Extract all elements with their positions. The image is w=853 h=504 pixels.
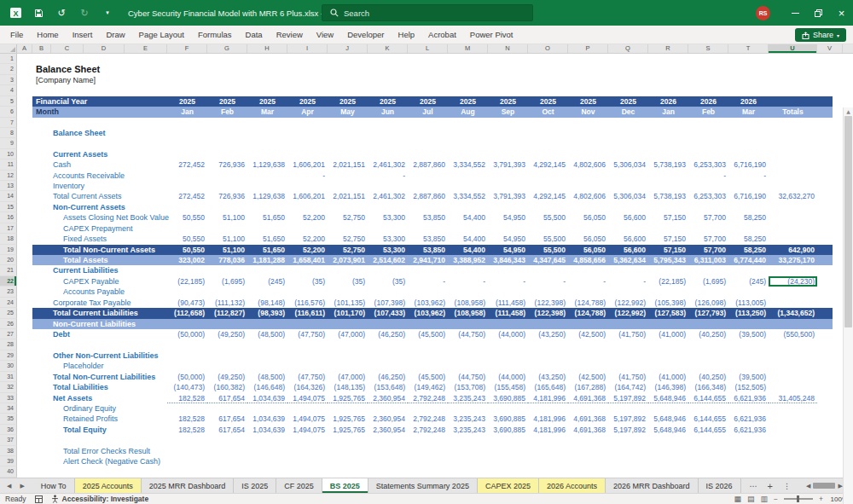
cell-B16[interactable]: Assets Closing Net Book Value bbox=[32, 212, 167, 223]
cell-R9[interactable] bbox=[648, 138, 688, 148]
cell-T12[interactable]: - bbox=[728, 171, 769, 181]
cell-G31[interactable]: (49,250) bbox=[207, 372, 247, 382]
cell-F4[interactable] bbox=[167, 85, 207, 96]
cell-L40[interactable] bbox=[408, 466, 448, 477]
cell-P34[interactable] bbox=[568, 403, 608, 414]
cell-H36[interactable]: 1,034,639 bbox=[247, 425, 287, 435]
cell-I38[interactable] bbox=[287, 446, 328, 456]
cell-N37[interactable] bbox=[488, 435, 528, 445]
ribbon-tab-review[interactable]: Review bbox=[270, 26, 310, 43]
cell-R16[interactable]: 57,150 bbox=[648, 212, 688, 223]
macro-record-icon[interactable] bbox=[35, 495, 43, 503]
cell-H17[interactable] bbox=[247, 223, 287, 234]
cell-P16[interactable]: 56,050 bbox=[568, 212, 608, 223]
cell-Q14[interactable]: 5,306,034 bbox=[608, 191, 648, 201]
cell-R17[interactable] bbox=[648, 223, 688, 234]
cell-N27[interactable]: (44,000) bbox=[488, 329, 528, 339]
cell-L36[interactable]: 2,792,248 bbox=[408, 425, 448, 435]
cell-B27[interactable]: Debt bbox=[32, 329, 167, 339]
cell-K31[interactable]: (46,250) bbox=[368, 372, 408, 382]
sheet-tab-2026-accounts[interactable]: 2026 Accounts bbox=[539, 478, 606, 493]
ribbon-tab-data[interactable]: Data bbox=[239, 26, 270, 43]
cell-B38[interactable]: Total Error Checks Result bbox=[32, 446, 167, 456]
cell-O31[interactable]: (43,250) bbox=[528, 372, 568, 382]
cell-M34[interactable] bbox=[448, 403, 488, 414]
cell-L7[interactable] bbox=[408, 118, 448, 128]
cell-O9[interactable] bbox=[528, 138, 568, 148]
cell-R21[interactable] bbox=[648, 265, 688, 275]
cell-F21[interactable] bbox=[167, 265, 207, 275]
column-header-T[interactable]: T bbox=[728, 44, 769, 53]
cell-I22[interactable]: (35) bbox=[287, 276, 328, 287]
cell-L27[interactable]: (45,500) bbox=[408, 329, 448, 339]
sheet-tab-2026-mrr-dashboard[interactable]: 2026 MRR Dashboard bbox=[606, 478, 699, 493]
column-header-V[interactable]: V bbox=[817, 44, 843, 53]
cell-H15[interactable] bbox=[247, 202, 287, 212]
cell-Q16[interactable]: 56,600 bbox=[608, 212, 648, 223]
cell-R5[interactable]: 2026 bbox=[648, 96, 688, 107]
cell-P35[interactable]: 4,691,368 bbox=[568, 414, 608, 424]
cell-M11[interactable]: 3,334,552 bbox=[448, 159, 488, 170]
cell-I25[interactable]: (116,611) bbox=[287, 308, 328, 318]
cell-Q33[interactable]: 5,197,892 bbox=[608, 393, 648, 403]
cell-H5[interactable]: 2025 bbox=[247, 96, 287, 107]
cell-A24[interactable] bbox=[17, 298, 32, 308]
cell-L16[interactable]: 53,850 bbox=[408, 212, 448, 223]
cell-L19[interactable]: 53,850 bbox=[408, 245, 448, 255]
cell-U26[interactable] bbox=[769, 319, 817, 329]
cell-R20[interactable]: 5,795,343 bbox=[648, 255, 688, 265]
cell-M35[interactable]: 3,235,243 bbox=[448, 414, 488, 424]
cell-T37[interactable] bbox=[728, 435, 769, 445]
row-header-8[interactable]: 8 bbox=[0, 128, 17, 138]
cell-H39[interactable] bbox=[247, 456, 287, 466]
cell-G24[interactable]: (111,132) bbox=[207, 298, 247, 308]
cell-G27[interactable]: (49,250) bbox=[207, 329, 247, 339]
cell-S7[interactable] bbox=[688, 118, 728, 128]
row-header-14[interactable]: 14 bbox=[0, 191, 17, 201]
cell-L32[interactable]: (149,462) bbox=[408, 382, 448, 392]
cell-T16[interactable]: 58,250 bbox=[728, 212, 769, 223]
cell-F13[interactable] bbox=[167, 181, 207, 191]
row-header-15[interactable]: 15 bbox=[0, 202, 17, 212]
cell-K27[interactable]: (46,250) bbox=[368, 329, 408, 339]
row-header-40[interactable]: 40 bbox=[0, 466, 17, 477]
column-header-Q[interactable]: Q bbox=[608, 44, 648, 53]
cell-Q25[interactable]: (122,992) bbox=[608, 308, 648, 318]
cell-Q5[interactable]: 2025 bbox=[608, 96, 648, 107]
cell-L29[interactable] bbox=[408, 350, 448, 361]
cell-N1[interactable] bbox=[488, 54, 528, 64]
column-header-H[interactable]: H bbox=[247, 44, 287, 53]
cell-A15[interactable] bbox=[17, 202, 32, 212]
cell-S1[interactable] bbox=[688, 54, 728, 64]
cell-A39[interactable] bbox=[17, 456, 32, 466]
cell-O39[interactable] bbox=[528, 456, 568, 466]
cell-U10[interactable] bbox=[769, 149, 817, 159]
cell-N39[interactable] bbox=[488, 456, 528, 466]
cell-L34[interactable] bbox=[408, 403, 448, 414]
cell-S36[interactable]: 6,144,655 bbox=[688, 425, 728, 435]
cell-I6[interactable]: Apr bbox=[287, 107, 328, 117]
cell-F16[interactable]: 50,550 bbox=[167, 212, 207, 223]
cell-B22[interactable]: CAPEX Payable bbox=[32, 276, 167, 287]
cell-L28[interactable] bbox=[408, 339, 448, 350]
cell-M7[interactable] bbox=[448, 118, 488, 128]
cell-B9[interactable] bbox=[32, 138, 167, 148]
cell-A35[interactable] bbox=[17, 414, 32, 424]
cell-A17[interactable] bbox=[17, 223, 32, 234]
sheet-tab-capex-2025[interactable]: CAPEX 2025 bbox=[478, 478, 539, 493]
cell-T40[interactable] bbox=[728, 466, 769, 477]
cell-P6[interactable]: Nov bbox=[568, 107, 608, 117]
cell-T5[interactable]: 2026 bbox=[728, 96, 769, 107]
cell-A16[interactable] bbox=[17, 212, 32, 223]
scroll-up-icon[interactable]: ▲ bbox=[844, 107, 853, 115]
cell-T4[interactable] bbox=[728, 85, 769, 96]
cell-B32[interactable]: Total Liabilities bbox=[32, 382, 167, 392]
cell-Q29[interactable] bbox=[608, 350, 648, 361]
cell-B12[interactable]: Accounts Receivable bbox=[32, 171, 167, 181]
cell-T21[interactable] bbox=[728, 265, 769, 275]
cell-I37[interactable] bbox=[287, 435, 328, 445]
cell-K39[interactable] bbox=[368, 456, 408, 466]
cell-T29[interactable] bbox=[728, 350, 769, 361]
vertical-scrollbar[interactable]: ▲ ▼ bbox=[843, 107, 853, 504]
cell-J4[interactable] bbox=[328, 85, 368, 96]
